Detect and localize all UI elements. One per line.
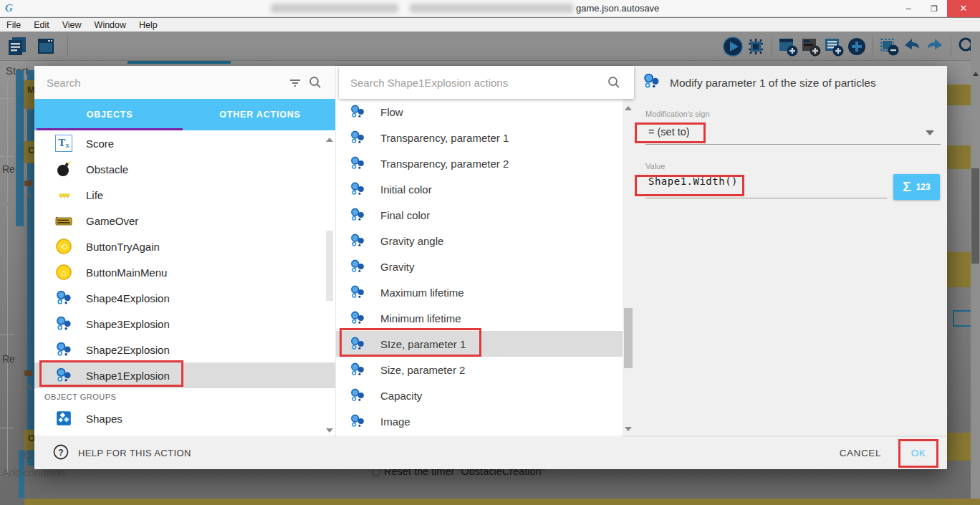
value-field-label: Value	[645, 162, 665, 170]
value-expression-input[interactable]	[648, 175, 863, 187]
tab-other-actions[interactable]: OTHER ACTIONS	[185, 99, 335, 130]
restore-button[interactable]: ❐	[923, 0, 946, 17]
minimize-button[interactable]: –	[897, 0, 920, 17]
filter-icon[interactable]	[285, 72, 305, 92]
add-external-events-icon[interactable]	[799, 35, 822, 58]
event-tree-line	[7, 82, 8, 476]
object-row-buttontryagain[interactable]: ⟲ ButtonTryAgain	[34, 234, 335, 259]
hearts-icon: ♥♥♥	[54, 185, 74, 205]
ok-button[interactable]: OK	[911, 448, 926, 458]
action-row-size-parameter-1[interactable]: SIze, parameter 1	[336, 331, 634, 357]
help-for-this-action[interactable]: ? HELP FOR THIS ACTION	[53, 444, 191, 463]
scroll-down-icon[interactable]	[326, 428, 333, 433]
action-row[interactable]: Capacity	[336, 383, 634, 408]
menu-file[interactable]: File	[0, 20, 27, 30]
undo-icon[interactable]	[900, 35, 923, 58]
menu-edit[interactable]: Edit	[27, 20, 56, 30]
object-row-shape2explosion[interactable]: Shape2Explosion	[34, 337, 335, 362]
add-scene-icon[interactable]	[777, 35, 799, 58]
scroll-down-icon[interactable]	[625, 427, 632, 431]
action-row[interactable]: Gravity angle	[336, 228, 634, 254]
actions-search-input[interactable]	[350, 77, 604, 89]
tab-objects[interactable]: OBJECTS	[34, 99, 185, 130]
event-tree-tick	[0, 428, 14, 428]
event-highlight	[947, 145, 971, 169]
particle-emitter-icon	[349, 129, 366, 146]
window-title: game.json.autosave	[576, 3, 659, 14]
action-row[interactable]: Image	[336, 408, 634, 434]
action-row[interactable]: Size, parameter 2	[336, 357, 634, 383]
action-row[interactable]: Maximum lifetime	[336, 279, 634, 305]
project-manager-icon[interactable]	[6, 34, 29, 57]
object-group-icon	[54, 408, 74, 428]
objects-scrollbar-thumb[interactable]	[326, 231, 333, 301]
object-row-shape3explosion[interactable]: Shape3Explosion	[34, 311, 335, 337]
action-title: Modify parameter 1 of the size of partic…	[670, 77, 876, 90]
action-row[interactable]: Transparency, parameter 1	[336, 125, 634, 150]
scroll-up-icon[interactable]	[326, 138, 333, 142]
action-row[interactable]: Final color	[336, 202, 634, 228]
action-row[interactable]: Initial color	[336, 176, 634, 202]
sign-select[interactable]: = (set to)	[648, 126, 690, 138]
bomb-icon	[54, 159, 74, 179]
scene-tab-indicator	[128, 61, 231, 64]
event-highlight	[24, 499, 980, 505]
chevron-down-icon[interactable]	[926, 130, 934, 135]
event-bar	[16, 70, 24, 226]
search-icon[interactable]	[604, 72, 624, 92]
scroll-up-icon[interactable]	[625, 106, 632, 110]
add-object-icon[interactable]	[845, 35, 868, 58]
object-row-gameover[interactable]: GameOver	[34, 208, 335, 234]
expression-builder-button[interactable]: Σ 123	[893, 174, 940, 200]
object-row-life[interactable]: ♥♥♥ Life	[34, 182, 335, 208]
actions-scrollbar-thumb[interactable]	[624, 308, 633, 368]
scene-editor-icon[interactable]	[34, 34, 57, 57]
menu-view[interactable]: View	[56, 20, 88, 30]
particle-emitter-icon	[54, 340, 74, 360]
particle-emitter-icon	[54, 288, 74, 308]
menu-window[interactable]: Window	[88, 20, 133, 30]
objects-search-row	[34, 66, 335, 99]
menu-help[interactable]: Help	[133, 20, 164, 30]
object-row-shape1explosion[interactable]: Shape1Explosion	[34, 362, 335, 388]
home-button-icon: ⌂	[54, 262, 74, 282]
actions-list: Flow Transparency, parameter 1 Transpare…	[336, 99, 634, 437]
event-tree-tick	[0, 98, 14, 99]
particle-emitter-icon	[349, 361, 366, 378]
action-row[interactable]: Transparency, parameter 2	[336, 150, 634, 176]
object-row-score[interactable]: Tx Score	[34, 130, 335, 156]
object-row-shapes-group[interactable]: Shapes	[34, 405, 335, 431]
event-text-fragment: A	[26, 104, 32, 115]
event-timer-icon	[24, 451, 32, 459]
retry-button-icon: ⟲	[54, 236, 74, 256]
actions-scrollbar[interactable]	[623, 99, 634, 437]
action-row[interactable]: Minimum lifetime	[336, 305, 634, 331]
action-row[interactable]: Gravity	[336, 254, 634, 279]
objects-search-input[interactable]	[47, 77, 285, 89]
action-row[interactable]: Flow	[336, 99, 634, 125]
menu-bar: File Edit View Window Help	[0, 18, 980, 32]
object-row-buttonmainmenu[interactable]: ⌂ ButtonMainMenu	[34, 259, 335, 285]
event-highlight	[947, 85, 971, 105]
event-text-fragment: A	[26, 382, 32, 393]
blurred-title-text	[410, 4, 573, 13]
play-icon[interactable]	[721, 35, 744, 58]
actions-search-card	[339, 66, 634, 99]
app-content-dimmed: Start M A C Re A Re A O Add condition Re…	[0, 32, 980, 505]
svg-text:⌂: ⌂	[61, 267, 67, 278]
particle-emitter-icon	[349, 181, 366, 198]
object-row-shape4explosion[interactable]: Shape4Explosion	[34, 285, 335, 311]
object-row-obstacle[interactable]: Obstacle	[34, 156, 335, 182]
particle-emitter-icon	[349, 206, 366, 223]
debug-icon[interactable]	[744, 35, 767, 58]
event-action-icon	[24, 181, 32, 186]
remove-selection-icon[interactable]	[878, 35, 900, 58]
cancel-button[interactable]: CANCEL	[832, 442, 888, 464]
object-groups-header: OBJECT GROUPS	[34, 388, 335, 405]
search-icon[interactable]	[305, 72, 325, 92]
close-button[interactable]: ✕	[947, 0, 980, 17]
add-external-layout-icon[interactable]	[822, 35, 845, 58]
svg-text:?: ?	[58, 447, 63, 457]
redo-icon[interactable]	[923, 35, 946, 58]
numbers-icon: 123	[916, 182, 931, 192]
